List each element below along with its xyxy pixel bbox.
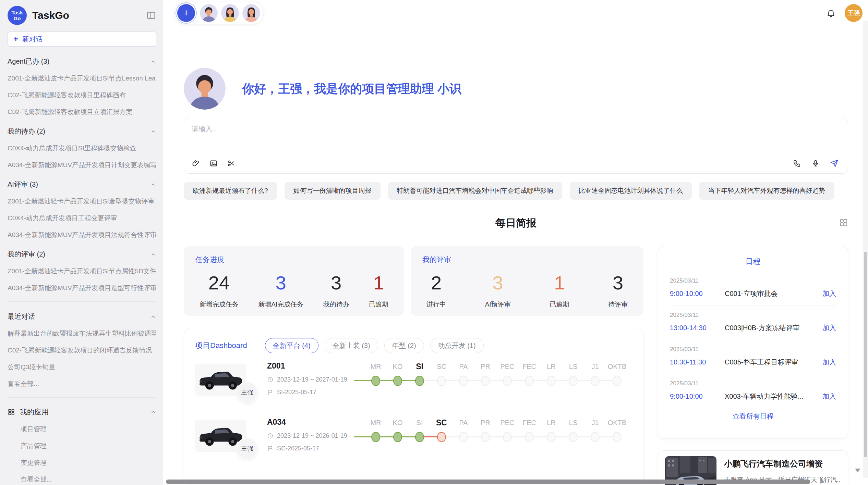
greeting-block: 你好，王强，我是你的项目管理助理 小识 — [184, 68, 848, 110]
milestone-stage: LR — [540, 361, 562, 386]
project-image: 王强 — [195, 420, 246, 452]
notifications-bell-icon[interactable] — [826, 8, 836, 18]
sidebar-chat-item[interactable]: A034-全新新能源MUV产品开发项目计划变更表编写 — [8, 161, 156, 170]
join-link[interactable]: 加入 — [822, 392, 836, 401]
project-row[interactable]: 王强 A034 2023-12-19 ~ 2026-01-19 SC-2025-… — [195, 418, 632, 465]
user-avatar[interactable]: 王强 — [845, 4, 863, 22]
sidebar-chat-item[interactable]: 解释最新出台的欧盟报废车法规再生塑料比例被调至15%... — [8, 329, 156, 338]
send-icon[interactable] — [830, 159, 839, 168]
agent-avatar-3[interactable] — [242, 4, 260, 22]
section-header[interactable]: Agent已办 (3) — [8, 57, 156, 66]
microphone-icon[interactable] — [811, 159, 820, 167]
chevron-up-icon — [150, 314, 156, 320]
milestone-stepper: MRKOSISCPAPRPECFECLRLSJ1OKTB — [365, 361, 632, 386]
agent-avatar-1[interactable] — [200, 4, 218, 22]
join-link[interactable]: 加入 — [822, 358, 836, 367]
sidebar-chat-item[interactable]: C02-飞腾新能源轻客改款项目里程碑画布 — [8, 91, 156, 100]
sidebar-chat-item[interactable]: 公司Q3轻卡销量 — [8, 363, 156, 372]
section-header[interactable]: 我的待办 (2) — [8, 127, 156, 136]
event-time: 9:00-10:00 — [670, 290, 725, 298]
view-all-schedule-link[interactable]: 查看所有日程 — [670, 412, 836, 421]
sidebar-chat-item[interactable]: A034-全新新能源MUV产品开发项目法规符合性评审 — [8, 231, 156, 239]
milestone-dot — [613, 432, 622, 442]
join-link[interactable]: 加入 — [822, 323, 836, 333]
dashboard-filter[interactable]: 动总开发 (1) — [430, 338, 484, 353]
vertical-scrollbar[interactable] — [864, 252, 867, 457]
schedule-event: 2025/03/11 10:30-11:30 C005-整车工程目标评审 加入 — [670, 340, 836, 374]
horizontal-scrollbar[interactable] — [166, 480, 810, 484]
add-agent-button[interactable]: + — [177, 4, 195, 22]
section-header[interactable]: 我的评审 (2) — [8, 250, 156, 259]
sidebar-app-item[interactable]: 变更管理 — [21, 458, 156, 467]
milestone-dot — [591, 376, 600, 386]
sidebar-item-my-apps[interactable]: 我的应用 — [8, 407, 156, 417]
suggestion-chip[interactable]: 欧洲新规最近颁布了什么? — [184, 182, 277, 200]
greeting-text: 你好，王强，我是你的项目管理助理 小识 — [242, 81, 461, 97]
section-header[interactable]: AI评审 (3) — [8, 180, 156, 189]
project-dashboard-card: 项目Dashboard 全新平台 (4)全新上装 (3)年型 (2)动总开发 (… — [184, 329, 643, 483]
input-toolbar — [192, 159, 839, 168]
milestone-stage: FEC — [518, 361, 540, 386]
sidebar-chat-item[interactable]: Z001-全新燃油皮卡产品开发项目SI节点Lesson Learn报告 — [8, 74, 156, 83]
sidebar-chat-item[interactable]: C02-飞腾新能源轻客改款项目的闭环通告反馈情况 — [8, 346, 156, 355]
dashboard-header: 项目Dashboard 全新平台 (4)全新上装 (3)年型 (2)动总开发 (… — [195, 338, 632, 353]
image-icon[interactable] — [209, 159, 218, 167]
schedule-event: 2025/03/11 13:00-14:30 C003|H0B-方案冻结评审 加… — [670, 306, 836, 340]
suggestion-chip[interactable]: 比亚迪全固态电池计划具体说了什么 — [570, 182, 692, 200]
suggestion-chip[interactable]: 如何写一份清晰的项目周报 — [285, 182, 381, 200]
agent-avatar-2[interactable] — [221, 4, 239, 22]
milestone-stage: KO — [387, 361, 409, 386]
project-row[interactable]: 王强 Z001 2023-12-19 ~ 2027-01-19 SI-2025-… — [195, 361, 632, 409]
milestone-dot — [393, 432, 402, 442]
milestone-dot — [525, 432, 534, 442]
input-toolbar-left — [192, 159, 236, 167]
topbar-right: 王强 — [826, 4, 863, 22]
suggestion-chip[interactable]: 当下年轻人对汽车外观有怎样的喜好趋势 — [699, 182, 834, 200]
milestone-dot — [459, 432, 468, 442]
chevron-up-icon — [150, 251, 156, 258]
sidebar-app-item[interactable]: 产品管理 — [21, 442, 156, 450]
sidebar-chat-item[interactable]: C0X4-动力总成开发项目工程变更评审 — [8, 214, 156, 223]
sidebar-app-item[interactable]: 项目管理 — [21, 425, 156, 434]
milestone-stage: PEC — [496, 361, 518, 386]
join-link[interactable]: 加入 — [822, 289, 836, 298]
sidebar-chat-item[interactable]: Z001-全新燃油轻卡产品开发项目SI造型提交物评审 — [8, 197, 156, 206]
new-chat-button[interactable]: + 新对话 — [8, 32, 156, 47]
scroll-down-arrow-icon[interactable] — [855, 469, 860, 472]
layout-grid-icon[interactable] — [839, 218, 848, 227]
milestone-dot — [415, 432, 424, 442]
project-milestone-tag: SC-2025-05-17 — [267, 445, 365, 452]
flag-icon — [267, 389, 274, 396]
sidebar-section-recent: 最近对话 解释最新出台的欧盟报废车法规再生塑料比例被调至15%...C02-飞腾… — [8, 312, 156, 388]
scroll-right-arrow-icon[interactable] — [820, 479, 824, 484]
task-progress-card: 任务进度 24新增完成任务3新增AI完成任务3我的待办1已逾期 — [184, 246, 404, 316]
milestone-dot — [503, 432, 512, 442]
milestone-stage: SI — [409, 418, 431, 442]
suggestion-chip[interactable]: 特朗普可能对进口汽车增税会对中国车企造成哪些影响 — [388, 182, 562, 200]
sidebar-chat-item[interactable]: C0X4-动力总成开发项目SI里程碑提交物检查 — [8, 144, 156, 153]
sidebar-chat-item[interactable]: A034-全新新能源MUV产品开发项目造型可行性评审 — [8, 284, 156, 293]
dashboard-filter[interactable]: 全新上装 (3) — [325, 338, 378, 353]
stat: 1已逾期 — [369, 272, 388, 309]
divider — [8, 397, 156, 398]
schedule-events: 2025/03/11 9:00-10:00 C001-立项审批会 加入 2025… — [670, 272, 836, 408]
sidebar-chat-item[interactable]: Z001-全新燃油轻卡产品开发项目SI节点属性5D文件评审 — [8, 267, 156, 276]
scissors-icon[interactable] — [227, 159, 236, 167]
milestone-stage: J1 — [584, 418, 606, 442]
sidebar-chat-item[interactable]: C02-飞腾新能源轻客改款项目立项汇报方案 — [8, 108, 156, 116]
dashboard-filters: 全新平台 (4)全新上装 (3)年型 (2)动总开发 (1) — [265, 338, 484, 353]
sidebar-section-my-review: 我的评审 (2) Z001-全新燃油轻卡产品开发项目SI节点属性5D文件评审A0… — [8, 250, 156, 293]
dashboard-filter[interactable]: 年型 (2) — [384, 338, 424, 353]
phone-icon[interactable] — [793, 159, 801, 167]
section-header[interactable]: 最近对话 — [8, 312, 156, 321]
view-all-chats-link[interactable]: 查看全部... — [8, 380, 156, 388]
collapse-sidebar-icon[interactable] — [146, 10, 156, 21]
sidebar-header: Task Go TaskGo — [8, 5, 156, 26]
milestone-stage: MR — [365, 418, 387, 442]
attachment-icon[interactable] — [192, 159, 200, 167]
chat-input[interactable] — [184, 118, 848, 149]
milestone-dot — [371, 376, 380, 386]
dashboard-filter[interactable]: 全新平台 (4) — [265, 338, 318, 353]
project-dates: 2023-12-19 ~ 2027-01-19 — [267, 376, 365, 383]
view-all-apps-link[interactable]: 查看全部... — [21, 475, 156, 484]
